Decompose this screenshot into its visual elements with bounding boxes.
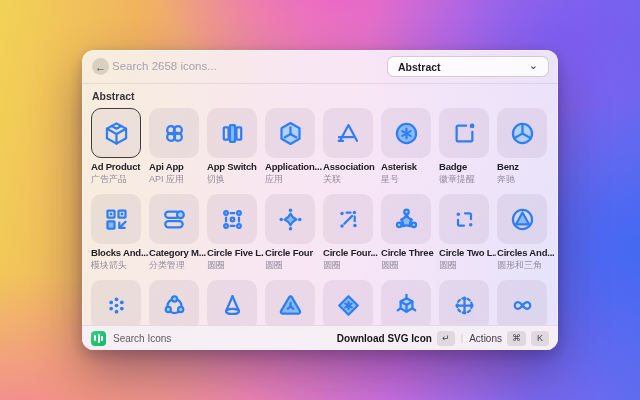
icon-tile-api-app[interactable] <box>149 108 199 158</box>
icon-tile-cone[interactable] <box>207 280 257 330</box>
icon-tile-app-switch[interactable] <box>207 108 257 158</box>
icon-label: Category M... <box>149 247 206 258</box>
icon-tile-application-one[interactable] <box>265 108 315 158</box>
blocks-and-arrows-icon <box>103 206 130 233</box>
grid-item-circle-four: Circle Four圆圈 <box>265 194 315 280</box>
icon-label: Circle Two L... <box>439 247 496 258</box>
section-title: Abstract <box>92 90 135 102</box>
benz-icon <box>509 120 536 147</box>
icon-tile-badge[interactable] <box>439 108 489 158</box>
grid-item-application-one: Application...应用 <box>265 108 315 194</box>
grid-item-app-switch: App Switch切换 <box>207 108 257 194</box>
icon-tile-infinity[interactable] <box>497 280 547 330</box>
command-key-badge: ⌘ <box>507 331 526 346</box>
icon-tile-dots-cluster[interactable] <box>91 280 141 330</box>
grid-item-blocks-and-arrows: Blocks And...模块箭头 <box>91 194 141 280</box>
icon-label-zh: 圆圈 <box>265 259 322 272</box>
icon-tile-cube-three[interactable] <box>381 280 431 330</box>
grid-item-api-app: Api AppAPI 应用 <box>149 108 199 194</box>
icon-label-zh: 分类管理 <box>149 259 206 272</box>
icon-label: Asterisk <box>381 161 438 172</box>
triangle-round-icon <box>277 292 304 319</box>
category-management-icon <box>161 206 188 233</box>
icon-tile-circle-five-line[interactable] <box>207 194 257 244</box>
icon-label-zh: 应用 <box>265 173 322 186</box>
icon-label: Circle Five L... <box>207 247 264 258</box>
api-app-icon <box>161 120 188 147</box>
icon-label: Circle Four... <box>323 247 380 258</box>
iconpark-logo-icon <box>91 331 106 346</box>
icon-tile-category-management[interactable] <box>149 194 199 244</box>
icon-tile-circle-three[interactable] <box>381 194 431 244</box>
icon-search-window: ← Search 2658 icons... Abstract ⌄ Abstra… <box>82 50 558 350</box>
icon-label: Circle Three <box>381 247 438 258</box>
circle-three-icon <box>393 206 420 233</box>
circles-and-triangles-icon <box>509 206 536 233</box>
window-header: ← Search 2658 icons... Abstract ⌄ <box>82 50 558 84</box>
icon-grid: Ad Product广告产品Api AppAPI 应用App Switch切换A… <box>91 108 547 350</box>
footer-app-name: Search Icons <box>113 333 171 344</box>
icon-tile-blocks-and-arrows[interactable] <box>91 194 141 244</box>
icon-label-zh: 广告产品 <box>91 173 148 186</box>
icon-tile-association[interactable] <box>323 108 373 158</box>
icon-tile-circle-two-line[interactable] <box>439 194 489 244</box>
icon-tile-circle-four-line[interactable] <box>323 194 373 244</box>
category-dropdown-value: Abstract <box>398 61 441 73</box>
icon-tile-share-three[interactable] <box>149 280 199 330</box>
icon-label-zh: 切换 <box>207 173 264 186</box>
icon-label: Blocks And... <box>91 247 148 258</box>
icon-label: Api App <box>149 161 206 172</box>
infinity-icon <box>509 292 536 319</box>
chevron-down-icon: ⌄ <box>529 60 538 70</box>
icon-label-zh: 圆圈 <box>381 259 438 272</box>
grid-item-association: Association关联 <box>323 108 373 194</box>
category-dropdown[interactable]: Abstract ⌄ <box>387 56 549 77</box>
actions-button[interactable]: Actions <box>469 333 502 344</box>
grid-item-circle-three: Circle Three圆圈 <box>381 194 431 280</box>
footer-actions: Download SVG Icon ↵ | Actions ⌘ K <box>337 331 549 346</box>
icon-label-zh: 奔驰 <box>497 173 554 186</box>
icon-label: Badge <box>439 161 496 172</box>
circle-two-line-icon <box>451 206 478 233</box>
application-one-icon <box>277 120 304 147</box>
icon-tile-asterisk[interactable] <box>381 108 431 158</box>
download-svg-button[interactable]: Download SVG Icon <box>337 333 432 344</box>
arrow-left-icon: ← <box>95 61 106 73</box>
icon-label: App Switch <box>207 161 264 172</box>
cube-three-icon <box>393 292 420 319</box>
icon-tile-triangle-round[interactable] <box>265 280 315 330</box>
cone-icon <box>219 292 246 319</box>
icon-tile-ad-product[interactable] <box>91 108 141 158</box>
icon-tile-move-cross[interactable] <box>439 280 489 330</box>
circle-four-line-icon <box>335 206 362 233</box>
grid-item-circle-four-line: Circle Four...圆圈 <box>323 194 373 280</box>
icon-tile-benz[interactable] <box>497 108 547 158</box>
icon-tile-diamond-asterisk[interactable] <box>323 280 373 330</box>
icon-label: Application... <box>265 161 322 172</box>
icon-label-zh: 徽章提醒 <box>439 173 496 186</box>
icon-label: Circles And... <box>497 247 554 258</box>
grid-item-benz: Benz奔驰 <box>497 108 547 194</box>
grid-item-circle-five-line: Circle Five L...圆圈 <box>207 194 257 280</box>
share-three-icon <box>161 292 188 319</box>
footer-separator: | <box>461 333 463 343</box>
icon-label-zh: 圆圈 <box>207 259 264 272</box>
icon-label: Benz <box>497 161 554 172</box>
icon-label-zh: 圆圈 <box>439 259 496 272</box>
icon-label-zh: 圆圈 <box>323 259 380 272</box>
desktop-background: ← Search 2658 icons... Abstract ⌄ Abstra… <box>0 0 640 400</box>
app-switch-icon <box>219 120 246 147</box>
icon-label-zh: 星号 <box>381 173 438 186</box>
circle-five-line-icon <box>219 206 246 233</box>
window-footer: Search Icons Download SVG Icon ↵ | Actio… <box>82 325 558 350</box>
k-key-badge: K <box>531 331 549 346</box>
association-icon <box>335 120 362 147</box>
dots-cluster-icon <box>103 292 130 319</box>
icon-label: Circle Four <box>265 247 322 258</box>
ad-product-icon <box>103 120 130 147</box>
back-button[interactable]: ← <box>92 58 109 75</box>
icon-tile-circles-and-triangles[interactable] <box>497 194 547 244</box>
icon-tile-circle-four[interactable] <box>265 194 315 244</box>
icon-label: Association <box>323 161 380 172</box>
search-input[interactable]: Search 2658 icons... <box>112 50 217 83</box>
